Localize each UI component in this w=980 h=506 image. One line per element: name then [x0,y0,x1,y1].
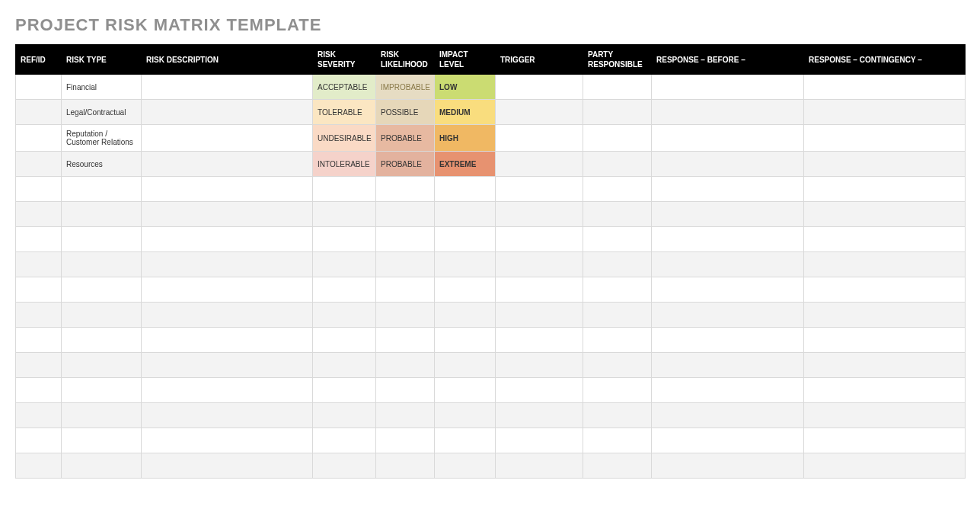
cell-party[interactable] [583,177,652,202]
cell-sev[interactable]: INTOLERABLE [313,152,376,177]
cell-lik[interactable] [376,403,435,428]
cell-lik[interactable] [376,277,435,303]
cell-trg[interactable] [496,125,583,152]
cell-type[interactable] [62,403,142,428]
cell-imp[interactable] [435,252,496,277]
cell-cont[interactable] [804,75,966,100]
cell-type[interactable]: Legal/Contractual [62,100,142,125]
cell-trg[interactable] [496,428,583,453]
cell-ref[interactable] [16,303,62,328]
cell-imp[interactable] [435,227,496,252]
cell-desc[interactable] [142,353,313,378]
cell-ref[interactable] [16,403,62,428]
cell-sev[interactable] [313,303,376,328]
cell-desc[interactable] [142,252,313,277]
cell-before[interactable] [652,328,804,353]
cell-cont[interactable] [804,403,966,428]
cell-sev[interactable] [313,202,376,227]
cell-trg[interactable] [496,177,583,202]
cell-cont[interactable] [804,202,966,227]
cell-type[interactable] [62,277,142,303]
cell-trg[interactable] [496,227,583,252]
cell-lik[interactable]: IMPROBABLE [376,75,435,100]
cell-ref[interactable] [16,202,62,227]
cell-party[interactable] [583,428,652,453]
cell-party[interactable] [583,252,652,277]
cell-party[interactable] [583,227,652,252]
cell-cont[interactable] [804,428,966,453]
cell-desc[interactable] [142,227,313,252]
cell-cont[interactable] [804,303,966,328]
cell-type[interactable] [62,453,142,479]
cell-imp[interactable] [435,328,496,353]
cell-sev[interactable] [313,328,376,353]
cell-trg[interactable] [496,378,583,403]
cell-before[interactable] [652,202,804,227]
cell-imp[interactable]: LOW [435,75,496,100]
cell-lik[interactable] [376,303,435,328]
cell-sev[interactable] [313,453,376,479]
cell-ref[interactable] [16,328,62,353]
cell-type[interactable] [62,202,142,227]
cell-party[interactable] [583,152,652,177]
cell-party[interactable] [583,303,652,328]
cell-party[interactable] [583,125,652,152]
cell-before[interactable] [652,303,804,328]
cell-sev[interactable]: UNDESIRABLE [313,125,376,152]
cell-lik[interactable] [376,378,435,403]
cell-before[interactable] [652,378,804,403]
cell-imp[interactable] [435,177,496,202]
cell-cont[interactable] [804,125,966,152]
cell-cont[interactable] [804,277,966,303]
cell-desc[interactable] [142,152,313,177]
cell-desc[interactable] [142,328,313,353]
cell-ref[interactable] [16,277,62,303]
cell-party[interactable] [583,277,652,303]
cell-imp[interactable]: HIGH [435,125,496,152]
cell-cont[interactable] [804,453,966,479]
cell-desc[interactable] [142,453,313,479]
cell-party[interactable] [583,75,652,100]
cell-party[interactable] [583,378,652,403]
cell-type[interactable]: Financial [62,75,142,100]
cell-ref[interactable] [16,453,62,479]
cell-party[interactable] [583,453,652,479]
cell-trg[interactable] [496,353,583,378]
cell-trg[interactable] [496,252,583,277]
cell-type[interactable] [62,177,142,202]
cell-before[interactable] [652,125,804,152]
cell-party[interactable] [583,403,652,428]
cell-type[interactable] [62,428,142,453]
cell-before[interactable] [652,75,804,100]
cell-type[interactable] [62,227,142,252]
cell-imp[interactable] [435,202,496,227]
cell-ref[interactable] [16,152,62,177]
cell-trg[interactable] [496,100,583,125]
cell-ref[interactable] [16,100,62,125]
cell-type[interactable] [62,328,142,353]
cell-sev[interactable] [313,177,376,202]
cell-imp[interactable] [435,403,496,428]
cell-type[interactable]: Reputation / Customer Relations [62,125,142,152]
cell-desc[interactable] [142,125,313,152]
cell-lik[interactable]: PROBABLE [376,152,435,177]
cell-ref[interactable] [16,252,62,277]
cell-lik[interactable]: POSSIBLE [376,100,435,125]
cell-imp[interactable] [435,453,496,479]
cell-imp[interactable] [435,277,496,303]
cell-desc[interactable] [142,75,313,100]
cell-type[interactable]: Resources [62,152,142,177]
cell-lik[interactable] [376,252,435,277]
cell-ref[interactable] [16,353,62,378]
cell-desc[interactable] [142,303,313,328]
cell-before[interactable] [652,100,804,125]
cell-sev[interactable] [313,252,376,277]
cell-party[interactable] [583,353,652,378]
cell-before[interactable] [652,453,804,479]
cell-imp[interactable] [435,378,496,403]
cell-sev[interactable] [313,428,376,453]
cell-sev[interactable] [313,227,376,252]
cell-cont[interactable] [804,252,966,277]
cell-desc[interactable] [142,428,313,453]
cell-lik[interactable]: PROBABLE [376,125,435,152]
